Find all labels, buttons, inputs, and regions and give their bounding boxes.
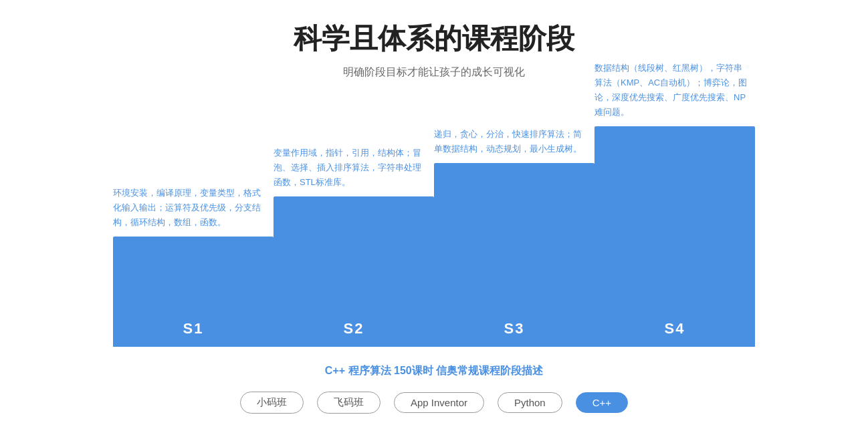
tab-xiaoma[interactable]: 小码班 [240, 392, 304, 414]
bar-label-s2: S2 [344, 320, 364, 337]
staircase-chart: 环境安装，编译原理，变量类型，格式化输入输出；运算符及优先级，分支结构，循环结构… [113, 106, 755, 347]
bar-s4: S4 [594, 126, 755, 347]
bar-s1: S1 [113, 237, 274, 347]
page-subtitle: 明确阶段目标才能让孩子的成长可视化 [343, 65, 525, 80]
tab-feima[interactable]: 飞码班 [317, 392, 381, 414]
tooltip-s3: 递归，贪心，分治，快速排序算法；简单数据结构，动态规划，最小生成树。 [434, 127, 588, 156]
tooltip-s1: 环境安装，编译原理，变量类型，格式化输入输出；运算符及优先级，分支结构，循环结构… [113, 186, 267, 230]
bar-group-s2: 变量作用域，指针，引用，结构体；冒泡、选择、插入排序算法，字符串处理函数，STL… [274, 196, 434, 347]
tooltip-s2: 变量作用域，指针，引用，结构体；冒泡、选择、插入排序算法，字符串处理函数，STL… [274, 146, 427, 190]
tab-appinventor[interactable]: App Inventor [394, 392, 484, 413]
bar-group-s3: 递归，贪心，分治，快速排序算法；简单数据结构，动态规划，最小生成树。 S3 [434, 163, 594, 347]
bar-label-s4: S4 [665, 320, 685, 337]
page-title: 科学且体系的课程阶段 [294, 20, 574, 57]
bar-group-s4: 数据结构（线段树、红黑树），字符串算法（KMP、AC自动机）；博弈论，图论，深度… [594, 126, 755, 347]
tooltip-s4: 数据结构（线段树、红黑树），字符串算法（KMP、AC自动机）；博弈论，图论，深度… [594, 61, 748, 120]
tab-cpp[interactable]: C++ [576, 392, 628, 413]
bar-label-s1: S1 [183, 320, 204, 337]
page-wrapper: 科学且体系的课程阶段 明确阶段目标才能让孩子的成长可视化 环境安装，编译原理，变… [0, 0, 868, 443]
chart-area: 环境安装，编译原理，变量类型，格式化输入输出；运算符及优先级，分支结构，循环结构… [113, 106, 755, 414]
bar-s2: S2 [274, 196, 434, 347]
tab-row: 小码班 飞码班 App Inventor Python C++ [240, 392, 628, 414]
tab-python[interactable]: Python [498, 392, 562, 413]
chart-bottom-label: C++ 程序算法 150课时 信奥常规课程阶段描述 [325, 364, 543, 378]
bar-s3: S3 [434, 163, 594, 347]
bar-group-s1: 环境安装，编译原理，变量类型，格式化输入输出；运算符及优先级，分支结构，循环结构… [113, 237, 274, 347]
bar-label-s3: S3 [504, 320, 525, 337]
